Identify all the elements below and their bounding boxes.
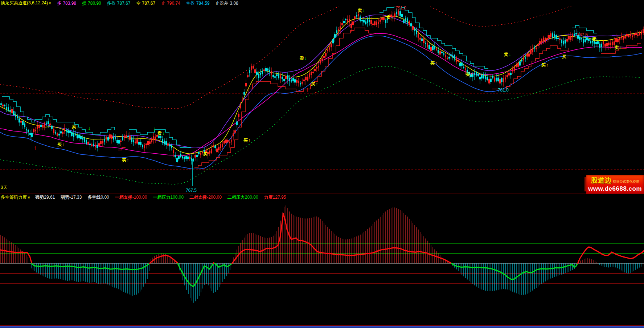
sell-signal-label: 卖↓ [157,130,165,136]
header-value-1: 损780.90 [82,0,101,6]
svg-text:卖: 卖 [504,52,508,57]
svg-text:买: 买 [122,158,126,163]
sub-indicator-values: 强势29.61弱势-17.33多空线0.00一档支撑-100.00一档压力100… [35,195,286,200]
buy-signal-label: 买↑ [311,81,318,86]
indicator-value-4: 一档压力100.00 [153,195,184,200]
watermark-banner[interactable]: 股道边 指标公式量化资源 www.de6688.com [586,175,644,194]
sub-indicator-header: 多空筹码力度∨ 强势29.61弱势-17.33多空线0.00一档支撑-100.0… [1,194,286,200]
svg-text:↑: ↑ [567,54,569,59]
buy-signal-label: 买↑ [465,72,473,77]
indicator-value-6: 二档压力200.00 [227,195,258,200]
sell-signal-label: 卖↓ [357,8,365,13]
price-label: 791.0 [395,6,406,11]
main-indicator-values: 多783.98损780.90多盈787.67空787.67止790.74空盈78… [57,0,238,6]
main-indicator-name: 擒龙买卖通道(3,6,12,24) [1,0,48,5]
sub-indicator-name: 多空筹码力度 [1,195,27,200]
up-arrow-icon: ↑ [34,145,37,151]
trading-terminal: 擒龙买卖通道(3,6,12,24)∨ 多783.98损780.90多盈787.6… [0,0,644,328]
strength-indicator-chart[interactable] [0,200,644,325]
svg-text:买: 买 [562,54,566,59]
svg-text:卖: 卖 [592,37,596,42]
up-arrow-icon: ↑ [314,90,317,96]
horizontal-scrollbar[interactable] [0,326,644,328]
buy-signal-label: 买↑ [122,157,129,163]
svg-text:卖: 卖 [357,8,362,13]
main-price-chart[interactable]: 卖↓卖↓卖↓卖↓卖↓卖↓卖↓卖↓买↑买↑买↑买↑买↑买↑买↑买↑买↑↓↓↓↑↑↑… [0,6,644,194]
svg-text:↑: ↑ [248,137,251,143]
buy-signal-label: 买↑ [562,54,569,59]
svg-text:↑: ↑ [208,151,210,157]
svg-text:↑: ↑ [62,142,65,147]
panel-separator-line [0,194,644,194]
buy-signal-label: 买↑ [430,60,438,66]
sub-indicator-title: 多空筹码力度∨ [1,195,30,200]
svg-text:卖: 卖 [386,15,391,20]
svg-text:买: 买 [203,151,208,157]
chevron-down-icon[interactable]: ∨ [49,1,51,5]
svg-text:↓: ↓ [619,45,622,50]
price-label: 767.5 [186,188,197,193]
svg-text:↓: ↓ [362,8,365,13]
sell-signal-label: 卖↓ [71,124,79,129]
sell-signal-label: 卖↓ [504,52,511,57]
svg-text:买: 买 [57,142,62,147]
svg-text:↓: ↓ [597,36,599,42]
svg-text:卖: 卖 [299,56,304,61]
svg-text:↓: ↓ [509,52,511,57]
header-value-4: 止790.74 [161,0,180,6]
svg-text:买: 买 [541,62,546,68]
sell-signal-label: 卖↓ [386,15,394,20]
svg-text:买: 买 [465,72,470,77]
svg-text:↑: ↑ [127,157,129,163]
down-arrow-icon: ↓ [438,48,440,54]
watermark-url: www.de6688.com [588,185,642,193]
indicator-value-7: 力度127.95 [264,195,286,200]
watermark-brand: 股道边 [591,176,612,185]
indicator-value-2: 多空线0.00 [87,195,109,200]
days-label: 3天 [1,185,8,190]
buy-signal-label: 买↑ [203,151,210,157]
buy-signal-label: 买↑ [57,142,65,147]
svg-text:卖: 卖 [157,131,162,136]
svg-text:↑: ↑ [316,81,318,86]
indicator-value-0: 强势29.61 [35,195,55,200]
main-chart-header: 擒龙买卖通道(3,6,12,24)∨ 多783.98损780.90多盈787.6… [1,0,238,6]
price-label: 781.0 [498,88,509,93]
svg-text:买: 买 [311,81,315,86]
header-value-2: 多盈787.67 [107,0,131,6]
svg-text:↑: ↑ [470,72,473,77]
svg-text:买: 买 [243,138,248,143]
header-value-5: 空盈784.59 [186,0,210,6]
price-label: 787.5 [577,32,588,37]
down-arrow-icon: ↓ [153,126,156,132]
svg-text:↑: ↑ [435,60,438,66]
watermark-tagline: 指标公式量化资源 [613,179,639,184]
header-value-6: 止盈差3.08 [216,0,238,6]
header-value-0: 多783.98 [57,0,76,6]
watermark-notch [584,177,586,191]
svg-text:↓: ↓ [77,124,79,129]
svg-text:卖: 卖 [614,45,619,50]
buy-signal-label: 买↑ [243,137,251,143]
svg-text:↓: ↓ [162,130,165,136]
buy-signal-label: 买↑ [541,62,549,68]
svg-text:买: 买 [430,61,435,66]
svg-text:卖: 卖 [71,124,76,129]
indicator-value-5: 二档支撑-200.00 [189,195,222,200]
svg-text:↓: ↓ [304,55,307,61]
down-arrow-icon: ↓ [88,125,91,131]
sell-signal-label: 卖↓ [592,36,599,42]
svg-text:↑: ↑ [546,62,549,68]
sell-signal-label: 卖↓ [614,45,622,50]
header-value-3: 空787.67 [136,0,155,6]
indicator-value-1: 弱势-17.33 [61,195,82,200]
chevron-down-icon[interactable]: ∨ [28,195,30,199]
indicator-value-3: 一档支撑-100.00 [115,195,147,200]
svg-text:↓: ↓ [391,15,394,20]
sell-signal-label: 卖↓ [299,55,307,61]
main-indicator-title: 擒龙买卖通道(3,6,12,24)∨ [1,0,51,6]
up-arrow-icon: ↑ [306,86,309,93]
up-arrow-icon: ↑ [203,166,206,173]
